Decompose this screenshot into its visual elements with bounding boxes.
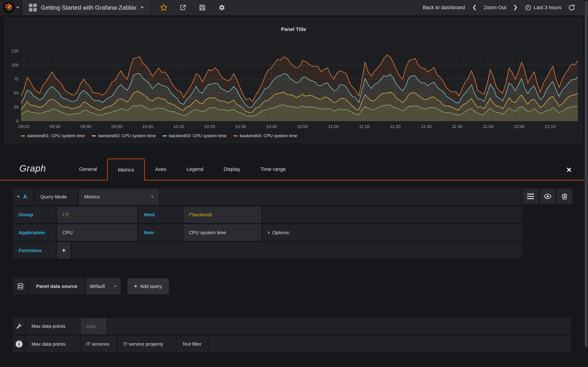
x-tick-label: 09:50 (107, 124, 127, 129)
options-label: Options: (272, 230, 290, 235)
query-collapse-toggle[interactable]: A (13, 189, 34, 205)
title-caret-icon (141, 7, 144, 8)
add-query-button[interactable]: + Add query (128, 278, 169, 294)
tab-axes[interactable]: Axes (145, 158, 176, 180)
close-icon[interactable]: ✕ (566, 167, 572, 173)
tab-metrics[interactable]: Metrics (107, 158, 145, 181)
refresh-icon[interactable] (568, 4, 575, 11)
star-icon[interactable] (157, 0, 170, 15)
info-cell-text-filter[interactable]: Text filter (177, 336, 209, 352)
scrollbar-thumb[interactable] (585, 1, 588, 347)
tab-display[interactable]: Display (214, 158, 250, 180)
options-toggle[interactable]: Options: (262, 224, 521, 241)
dropdown-caret-icon (151, 196, 154, 198)
x-tick-label: 11:00 (323, 124, 344, 129)
group-host-row: Group /.*/ Host /^backend/ (13, 206, 521, 223)
gear-icon[interactable] (215, 0, 228, 15)
query-delete-button[interactable] (557, 189, 572, 204)
zoom-out-button[interactable]: Zoom Out (484, 5, 506, 10)
y-tick-label: 0 (5, 119, 19, 124)
legend-item-3[interactable]: backend03: CPU system time (163, 133, 226, 138)
chevron-left-icon[interactable] (472, 4, 477, 11)
time-range-label: Last 3 hours (534, 5, 561, 10)
functions-row-filler (72, 242, 521, 259)
panel-datasource-label: Panel data source (29, 278, 84, 294)
options-expand-icon (268, 231, 270, 234)
functions-row: Functions + (13, 242, 521, 259)
info-row-filler (210, 336, 571, 352)
x-tick-label: 11:20 (385, 124, 406, 129)
group-label: Group (13, 206, 56, 223)
info-cell-max-data-points[interactable]: Max data points (26, 336, 80, 352)
x-tick-label: 10:20 (199, 124, 220, 129)
max-data-points-input[interactable]: auto (81, 318, 107, 334)
chevron-right-icon[interactable] (513, 4, 518, 11)
x-tick-label: 10:50 (292, 124, 313, 129)
item-label: Item (138, 224, 182, 241)
trash-icon (561, 193, 568, 200)
plus-icon: + (134, 283, 137, 290)
collapse-caret-icon (17, 196, 20, 198)
legend-swatch (21, 135, 25, 136)
legend-label: backend02: CPU system time (98, 133, 156, 138)
application-label: Application (13, 224, 56, 241)
dashboard-title-dropdown[interactable]: Getting Started with Grafana-Zabbix (22, 0, 151, 15)
database-icon (13, 278, 28, 294)
info-cells: Max data pointsIT servicesIT service pro… (26, 336, 571, 352)
x-tick-label: 10:40 (261, 124, 282, 129)
navbar-right-controls: Back to dashboard Zoom Out Last 3 hours (423, 0, 588, 15)
x-tick-label: 09:20 (14, 124, 34, 129)
y-tick-label: 25 (5, 105, 19, 110)
max-data-points-row: Max data points auto (13, 318, 571, 334)
info-cell-it-service-property[interactable]: IT service property (118, 336, 176, 352)
chart-legend: backend01: CPU system timebackend02: CPU… (21, 133, 297, 138)
panel-title[interactable]: Panel Title (5, 26, 582, 32)
info-cell-it-services[interactable]: IT services (81, 336, 117, 352)
y-tick-label: 50 (5, 91, 19, 96)
save-icon[interactable] (196, 0, 209, 15)
tab-time-range[interactable]: Time range (250, 158, 296, 180)
panel-editor-header: Graph GeneralMetricsAxesLegendDisplayTim… (0, 159, 588, 181)
graph-panel: Panel Title 0255075100125 09:2009:3009:4… (5, 18, 582, 143)
item-input[interactable]: CPU system time (183, 224, 261, 241)
x-tick-label: 11:30 (416, 124, 437, 129)
query-row-a: A Query Mode Metrics (13, 189, 521, 205)
share-icon[interactable] (176, 0, 190, 15)
datasource-value: default (90, 283, 105, 289)
scrollbar-track[interactable] (584, 0, 588, 349)
x-tick-label: 10:00 (137, 124, 158, 129)
max-data-points-filler (108, 318, 571, 334)
legend-item-4[interactable]: backend04: CPU system time (233, 133, 297, 138)
datasource-select[interactable]: default (86, 278, 121, 294)
y-tick-label: 125 (5, 49, 19, 54)
application-input[interactable]: CPU (57, 224, 137, 241)
x-tick-label: 12:10 (540, 124, 561, 129)
logo-caret-icon (16, 7, 19, 8)
add-function-button[interactable]: + (57, 242, 71, 259)
group-input[interactable]: /.*/ (57, 206, 137, 223)
dashboard-grid-icon (29, 4, 37, 11)
host-input[interactable]: /^backend/ (183, 206, 261, 223)
query-toggle-visibility-button[interactable] (540, 189, 555, 204)
wrench-icon (13, 318, 25, 334)
grafana-logo-menu[interactable] (0, 0, 22, 15)
tab-legend[interactable]: Legend (176, 158, 213, 180)
back-to-dashboard-button[interactable]: Back to dashboard (423, 5, 465, 10)
editor-tabs: GeneralMetricsAxesLegendDisplayTime rang… (69, 158, 296, 180)
x-tick-label: 12:00 (509, 124, 529, 129)
query-menu-button[interactable] (523, 189, 538, 204)
tab-general[interactable]: General (69, 158, 107, 180)
top-navbar: Getting Started with Grafana-Zabbix Back… (0, 0, 588, 15)
dropdown-caret-icon (114, 286, 116, 287)
legend-item-2[interactable]: backend02: CPU system time (92, 133, 156, 138)
clock-icon (525, 5, 531, 11)
time-picker-button[interactable]: Last 3 hours (525, 5, 561, 11)
eye-icon (544, 192, 552, 200)
info-row: i Max data pointsIT servicesIT service p… (13, 336, 571, 352)
x-tick-label: 11:50 (478, 124, 498, 129)
chart-plot[interactable] (21, 51, 578, 121)
legend-item-1[interactable]: backend01: CPU system time (21, 133, 85, 138)
x-tick-label: 11:10 (354, 124, 375, 129)
max-data-points-label: Max data points (26, 318, 80, 334)
query-mode-select[interactable]: Metrics (79, 189, 159, 205)
